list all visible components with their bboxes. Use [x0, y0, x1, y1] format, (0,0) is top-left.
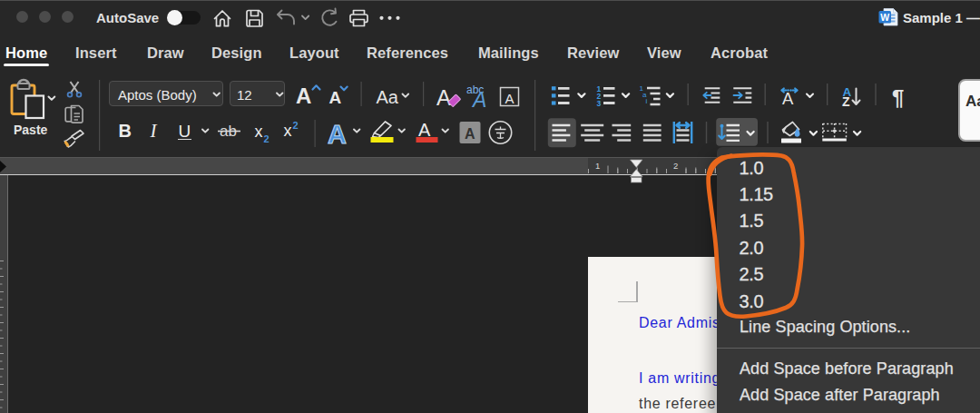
svg-text:Aa: Aa	[377, 87, 399, 107]
svg-text:2: 2	[264, 133, 270, 144]
svg-text:A: A	[296, 84, 311, 108]
svg-text:x: x	[284, 122, 292, 140]
svg-text:¶: ¶	[892, 85, 904, 110]
svg-text:A: A	[418, 120, 431, 140]
svg-text:x: x	[255, 123, 263, 141]
svg-text:A: A	[465, 126, 475, 142]
svg-text:A: A	[328, 120, 347, 149]
svg-text:2: 2	[293, 120, 299, 131]
svg-text:A: A	[505, 91, 514, 106]
svg-text:2: 2	[673, 161, 678, 171]
svg-text:A: A	[329, 88, 342, 107]
svg-text:i: i	[646, 97, 648, 105]
svg-text:A: A	[471, 88, 486, 112]
svg-text:A: A	[436, 85, 451, 110]
svg-text:1: 1	[595, 161, 600, 171]
svg-text:W: W	[880, 12, 889, 23]
svg-text:3: 3	[597, 99, 602, 108]
svg-text:Z: Z	[842, 94, 850, 109]
